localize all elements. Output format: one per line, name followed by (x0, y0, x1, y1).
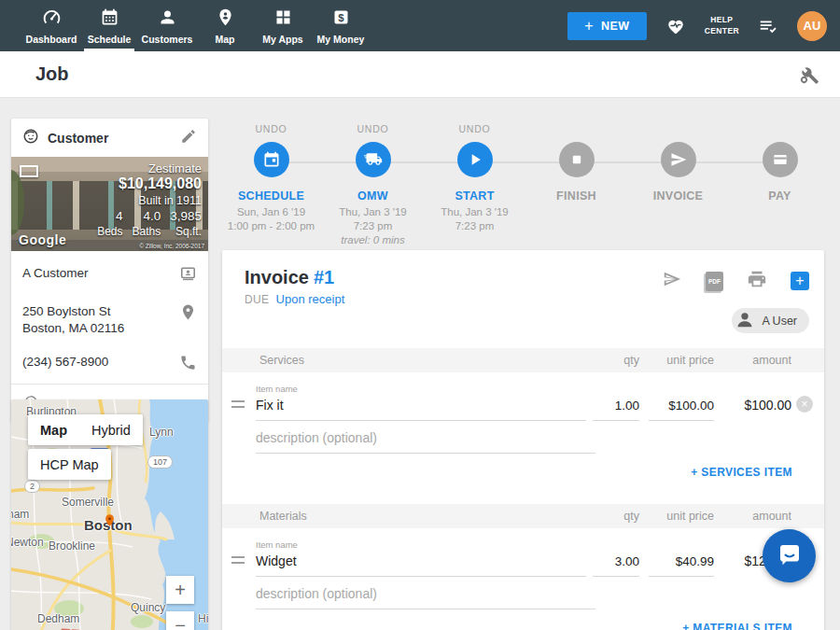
service-unit-price-input[interactable] (649, 399, 714, 421)
material-description-row (256, 585, 595, 609)
unit-price-column-header: unit price (649, 510, 714, 523)
start-play-icon[interactable] (457, 142, 493, 177)
zestimate-value: $10,149,080 (119, 175, 202, 192)
material-unit-price-input[interactable] (649, 554, 714, 577)
timeline-step-finish: FINISH (525, 123, 627, 247)
map-label-quincy: Quincy (131, 601, 165, 614)
phone-icon[interactable] (179, 354, 197, 375)
nav-item-my-money[interactable]: $ My Money (312, 0, 370, 51)
map-label-dedham: Dedham (37, 612, 79, 625)
stat-baths: 4.0 Baths (133, 209, 161, 238)
invoice-header: Invoice#1 DUE Upon receipt PDF + A User (222, 250, 824, 348)
location-pin-icon[interactable] (179, 303, 197, 325)
apps-grid-icon (273, 7, 293, 31)
pdf-icon[interactable]: PDF (706, 272, 723, 291)
assignee-avatar-icon (735, 309, 755, 333)
amount-column-header: amount (717, 354, 791, 367)
material-name-input[interactable] (256, 553, 586, 577)
add-invoice-button[interactable]: + (791, 272, 809, 290)
route-107-badge: 107 (147, 455, 173, 469)
nav-label: My Apps (262, 34, 302, 45)
material-item-row: $122.97 × (222, 552, 824, 577)
help-center-link[interactable]: HELP CENTER (705, 15, 739, 35)
health-heart-icon[interactable] (665, 16, 686, 36)
money-icon: $ (331, 7, 351, 31)
hybrid-button[interactable]: Hybrid (79, 414, 143, 445)
map-label-ham: ham (11, 508, 29, 521)
due-value-link[interactable]: Upon receipt (276, 292, 345, 306)
page-header: Job (0, 51, 840, 98)
stat-beds: 4 Beds (97, 209, 122, 238)
send-invoice-icon[interactable] (662, 269, 682, 293)
page-title: Job (35, 63, 69, 85)
map-card[interactable]: Burlington Lynn Somerville ham Boston Ne… (11, 399, 208, 630)
service-description-row (256, 429, 595, 454)
undo-link[interactable]: UNDO (357, 123, 388, 136)
amount-column-header: amount (717, 510, 791, 523)
customer-address: 250 Boylston St Boston, MA 02116 (22, 303, 170, 337)
remove-item-button[interactable]: × (796, 396, 813, 413)
nav-item-dashboard[interactable]: Dashboard (22, 0, 80, 51)
material-qty-input[interactable] (593, 554, 639, 577)
item-name-label: Item name (256, 384, 824, 394)
assignee-name: A User (762, 315, 797, 328)
nav-item-schedule[interactable]: Schedule (80, 0, 138, 51)
customer-details: A Customer 250 Boylston St Boston, MA 02… (11, 251, 208, 384)
edit-pencil-icon[interactable] (180, 128, 197, 148)
plus-icon: + (584, 18, 594, 35)
map-button[interactable]: Map (28, 414, 79, 445)
add-services-item-link[interactable]: + SERVICES ITEM (222, 466, 824, 479)
materials-title: Materials (259, 510, 593, 523)
invoice-number: #1 (314, 267, 334, 287)
undo-link[interactable]: UNDO (255, 123, 287, 136)
map-type-buttons: Map Hybrid (28, 414, 143, 445)
service-name-input[interactable] (256, 398, 586, 421)
undo-link[interactable]: UNDO (458, 123, 490, 136)
hcp-map-button[interactable]: HCP Map (28, 449, 111, 480)
customer-card-title: Customer (48, 131, 172, 146)
assignee-chip[interactable]: A User (732, 308, 809, 333)
drag-handle-icon[interactable] (231, 556, 245, 564)
user-avatar[interactable]: AU (797, 11, 827, 41)
nav-label: Dashboard (26, 34, 77, 45)
chat-fab-button[interactable] (763, 529, 816, 582)
stat-sqft: 3,985 Sq.ft. (170, 209, 202, 238)
nav-item-customers[interactable]: Customers (138, 0, 196, 51)
service-item-row: $100.00 × (222, 396, 824, 421)
service-description-input[interactable] (256, 430, 595, 454)
zoom-in-button[interactable]: + (166, 576, 194, 604)
service-qty-input[interactable] (593, 399, 639, 421)
nav-item-my-apps[interactable]: My Apps (254, 0, 312, 51)
service-amount: $100.00 (717, 398, 791, 421)
invoice-actions: PDF + (662, 269, 809, 293)
map-label-lynn: Lynn (149, 426, 174, 439)
contact-card-icon[interactable] (179, 265, 197, 287)
drag-handle-icon[interactable] (231, 400, 245, 408)
svg-text:$: $ (338, 11, 344, 22)
print-icon[interactable] (747, 269, 767, 293)
invoice-due: DUE Upon receipt (245, 292, 344, 306)
schedule-step-icon[interactable] (254, 142, 289, 177)
due-label: DUE (245, 293, 269, 306)
omw-truck-icon[interactable] (356, 142, 391, 177)
map-zoom-controls: + − (166, 576, 194, 630)
zoom-out-button[interactable]: − (166, 611, 194, 630)
services-title: Services (259, 354, 593, 367)
timeline-step-start: UNDO START Thu, Jan 3 '19 7:23 pm (424, 123, 525, 247)
nav-item-map[interactable]: Map (196, 0, 254, 51)
pay-card-icon[interactable] (763, 142, 798, 177)
customer-card-header: Customer (11, 119, 208, 157)
invoice-title: Invoice#1 (245, 267, 334, 288)
add-materials-item-link[interactable]: + MATERIALS ITEM (222, 622, 824, 630)
finish-stop-icon[interactable] (559, 142, 595, 177)
timeline-step-schedule: UNDO SCHEDULE Sun, Jan 6 '19 1:00 pm - 2… (220, 123, 322, 247)
customer-name: A Customer (22, 265, 170, 282)
invoice-send-icon[interactable] (661, 142, 696, 177)
activity-feed-icon[interactable] (758, 16, 778, 36)
dashboard-icon (42, 7, 62, 31)
new-button[interactable]: + NEW (567, 12, 647, 40)
property-photo: Zestimate $10,149,080 Built in 1911 4 Be… (11, 157, 208, 251)
material-description-input[interactable] (256, 586, 595, 609)
timeline-steps: UNDO SCHEDULE Sun, Jan 6 '19 1:00 pm - 2… (220, 123, 831, 247)
job-settings-wrench-icon[interactable] (797, 63, 819, 86)
